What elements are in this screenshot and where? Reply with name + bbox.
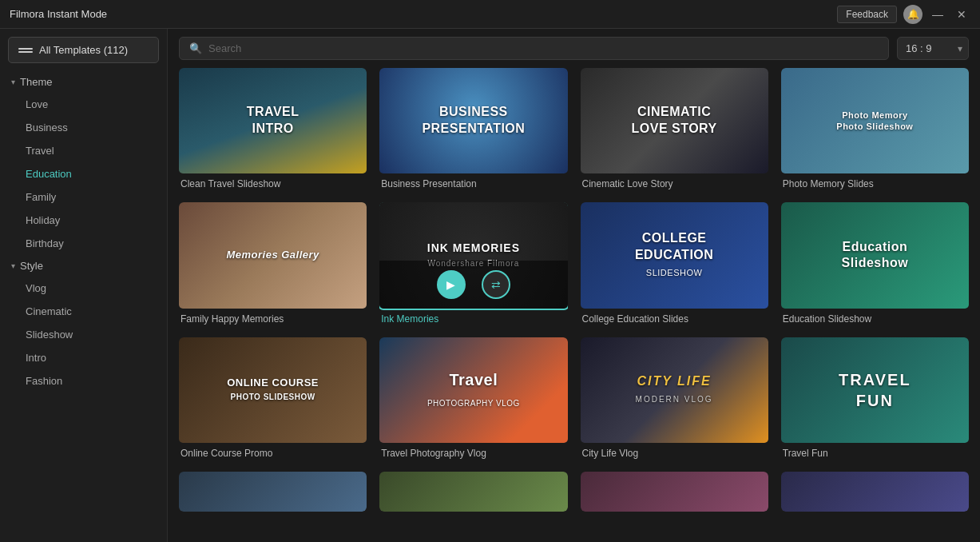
template-grid: TRAVELINTRO Clean Travel Slideshow BUSIN… bbox=[168, 68, 980, 542]
all-templates-label: All Templates (112) bbox=[39, 44, 128, 56]
card-thumbnail-10: TravelPHOTOGRAPHY VLOG bbox=[379, 337, 567, 443]
thumb-text-10: TravelPHOTOGRAPHY VLOG bbox=[427, 369, 520, 411]
sidebar-item-cinematic[interactable]: Cinematic bbox=[5, 301, 162, 322]
style-section-label: Style bbox=[20, 260, 43, 272]
content-area: 🔍 16 : 9 9 : 16 1 : 1 4 : 3 TRAVELINTRO … bbox=[168, 29, 980, 542]
aspect-ratio-wrap: 16 : 9 9 : 16 1 : 1 4 : 3 bbox=[897, 37, 969, 60]
template-card-6[interactable]: INK MEMORIESWondershare Filmora ▶ ⇄ Ink … bbox=[379, 202, 567, 324]
card-label-11: City Life Vlog bbox=[581, 448, 768, 459]
minimize-button[interactable]: — bbox=[929, 6, 946, 23]
play-button-6[interactable]: ▶ bbox=[437, 270, 466, 299]
search-icon: 🔍 bbox=[189, 42, 202, 54]
card-thumbnail-9: ONLINE COURSEPHOTO SLIDESHOW bbox=[179, 337, 367, 443]
sidebar-item-education[interactable]: Education bbox=[5, 163, 162, 185]
card-thumbnail-11: CITY LIFEMODERN VLOG bbox=[581, 337, 768, 443]
template-card-7[interactable]: COLLEGEEDUCATIONSLIDESHOW College Educat… bbox=[581, 202, 768, 324]
card-label-4: Photo Memory Slides bbox=[781, 178, 969, 189]
template-card-15[interactable] bbox=[581, 472, 768, 512]
chevron-down-icon: ▾ bbox=[11, 78, 15, 86]
all-templates-button[interactable]: All Templates (112) bbox=[8, 37, 159, 63]
thumb-text-9: ONLINE COURSEPHOTO SLIDESHOW bbox=[227, 377, 319, 404]
close-button[interactable]: ✕ bbox=[953, 6, 970, 23]
thumb-text-7: COLLEGEEDUCATIONSLIDESHOW bbox=[635, 230, 713, 280]
card-thumbnail-2: BUSINESSPRESENTATION bbox=[379, 68, 567, 173]
card-label-5: Family Happy Memories bbox=[179, 313, 367, 325]
template-card-11[interactable]: CITY LIFEMODERN VLOG City Life Vlog bbox=[581, 337, 768, 459]
template-card-3[interactable]: CINEMATICLOVE STORY Cinematic Love Story bbox=[581, 68, 768, 189]
card-thumbnail-13 bbox=[179, 472, 367, 512]
card-thumbnail-1: TRAVELINTRO bbox=[179, 68, 367, 173]
search-bar: 🔍 16 : 9 9 : 16 1 : 1 4 : 3 bbox=[168, 29, 980, 68]
template-card-16[interactable] bbox=[781, 472, 969, 512]
card-label-8: Education Slideshow bbox=[781, 313, 969, 325]
card-label-12: Travel Fun bbox=[781, 448, 969, 459]
thumb-text-5: Memories Gallery bbox=[226, 249, 319, 262]
template-card-9[interactable]: ONLINE COURSEPHOTO SLIDESHOW Online Cour… bbox=[179, 337, 367, 459]
grid-icon bbox=[18, 45, 33, 56]
sidebar-item-family[interactable]: Family bbox=[5, 186, 162, 208]
sidebar-item-intro[interactable]: Intro bbox=[5, 347, 162, 369]
template-card-12[interactable]: TRAVELFUN Travel Fun bbox=[781, 337, 969, 459]
template-card-10[interactable]: TravelPHOTOGRAPHY VLOG Travel Photograph… bbox=[379, 337, 567, 459]
thumb-text-12: TRAVELFUN bbox=[839, 369, 911, 411]
thumb-text-8: EducationSlideshow bbox=[842, 239, 909, 273]
theme-section-label: Theme bbox=[20, 76, 52, 88]
card-label-7: College Education Slides bbox=[581, 313, 768, 325]
sidebar-item-holiday[interactable]: Holiday bbox=[5, 209, 162, 231]
card-overlay-6: ▶ ⇄ bbox=[379, 261, 567, 309]
sidebar-item-love[interactable]: Love bbox=[5, 94, 162, 115]
card-label-3: Cinematic Love Story bbox=[581, 178, 768, 189]
theme-section-header[interactable]: ▾ Theme bbox=[0, 71, 167, 93]
style-section-header[interactable]: ▾ Style bbox=[0, 255, 167, 277]
main-layout: All Templates (112) ▾ Theme Love Busines… bbox=[0, 29, 980, 542]
card-label-6: Ink Memories bbox=[379, 313, 567, 325]
template-card-4[interactable]: Photo MemoryPhoto Slideshow Photo Memory… bbox=[781, 68, 969, 189]
sidebar-item-business[interactable]: Business bbox=[5, 117, 162, 138]
sidebar-item-fashion[interactable]: Fashion bbox=[5, 370, 162, 392]
aspect-ratio-select[interactable]: 16 : 9 9 : 16 1 : 1 4 : 3 bbox=[897, 37, 969, 60]
template-card-5[interactable]: Memories Gallery Family Happy Memories bbox=[179, 202, 367, 324]
thumb-text-3: CINEMATICLOVE STORY bbox=[632, 104, 717, 137]
feedback-button[interactable]: Feedback bbox=[837, 6, 897, 23]
card-thumbnail-6: INK MEMORIESWondershare Filmora ▶ ⇄ bbox=[379, 202, 567, 308]
card-label-1: Clean Travel Slideshow bbox=[179, 178, 367, 189]
sidebar: All Templates (112) ▾ Theme Love Busines… bbox=[0, 29, 168, 542]
titlebar-actions: Feedback 🔔 — ✕ bbox=[837, 5, 970, 24]
card-thumbnail-15 bbox=[581, 472, 768, 512]
search-input[interactable] bbox=[208, 42, 879, 54]
thumb-text-2: BUSINESSPRESENTATION bbox=[422, 104, 525, 137]
sidebar-item-vlog[interactable]: Vlog bbox=[5, 277, 162, 299]
template-card-2[interactable]: BUSINESSPRESENTATION Business Presentati… bbox=[379, 68, 567, 189]
search-input-wrap[interactable]: 🔍 bbox=[179, 37, 889, 60]
template-card-14[interactable] bbox=[379, 472, 567, 512]
sidebar-item-slideshow[interactable]: Slideshow bbox=[5, 324, 162, 345]
card-label-2: Business Presentation bbox=[379, 178, 567, 189]
thumb-text-1: TRAVELINTRO bbox=[247, 104, 300, 137]
card-thumbnail-14 bbox=[379, 472, 567, 512]
card-thumbnail-12: TRAVELFUN bbox=[781, 337, 969, 443]
card-thumbnail-3: CINEMATICLOVE STORY bbox=[581, 68, 768, 173]
card-thumbnail-16 bbox=[781, 472, 969, 512]
template-card-8[interactable]: EducationSlideshow Education Slideshow bbox=[781, 202, 969, 324]
card-thumbnail-4: Photo MemoryPhoto Slideshow bbox=[781, 68, 969, 173]
notification-icon[interactable]: 🔔 bbox=[903, 5, 922, 24]
card-thumbnail-5: Memories Gallery bbox=[179, 202, 367, 308]
sidebar-item-travel[interactable]: Travel bbox=[5, 140, 162, 161]
sidebar-item-birthday[interactable]: Birthday bbox=[5, 233, 162, 254]
thumb-text-11: CITY LIFEMODERN VLOG bbox=[636, 373, 713, 407]
card-thumbnail-8: EducationSlideshow bbox=[781, 202, 969, 308]
card-label-10: Travel Photography Vlog bbox=[379, 448, 567, 459]
template-card-13[interactable] bbox=[179, 472, 367, 512]
card-label-9: Online Course Promo bbox=[179, 448, 367, 459]
titlebar: Filmora Instant Mode Feedback 🔔 — ✕ bbox=[0, 0, 980, 29]
chevron-down-icon-style: ▾ bbox=[11, 261, 15, 270]
customize-button-6[interactable]: ⇄ bbox=[482, 270, 510, 299]
app-title: Filmora Instant Mode bbox=[10, 8, 107, 20]
thumb-text-4: Photo MemoryPhoto Slideshow bbox=[836, 110, 913, 133]
card-thumbnail-7: COLLEGEEDUCATIONSLIDESHOW bbox=[581, 202, 768, 308]
template-card-1[interactable]: TRAVELINTRO Clean Travel Slideshow bbox=[179, 68, 367, 189]
